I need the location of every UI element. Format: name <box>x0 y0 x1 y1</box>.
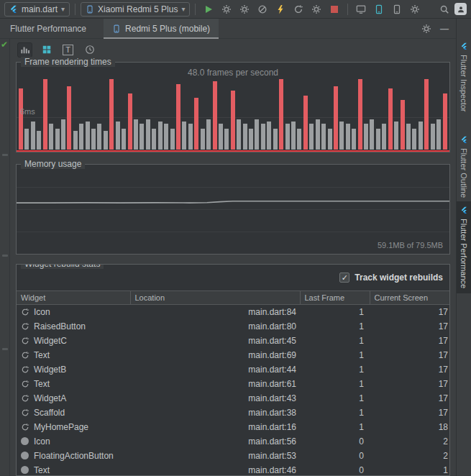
table-row[interactable]: Iconmain.dart:5602 <box>17 434 450 449</box>
widget-name: WidgetC <box>34 336 67 346</box>
rebuild-icon <box>21 408 29 417</box>
column-header-widget[interactable]: Widget <box>17 291 130 305</box>
jank-frame-bar <box>109 79 114 150</box>
jank-threshold-line <box>17 150 449 152</box>
frame-bar <box>49 124 53 150</box>
debug-button[interactable] <box>237 1 252 17</box>
track-rebuilds-checkbox[interactable]: ✓ <box>339 273 349 283</box>
track-rebuilds-label[interactable]: Track widget rebuilds <box>355 273 443 283</box>
frame-bar <box>309 124 314 150</box>
device-settings-button[interactable] <box>407 1 423 17</box>
jank-frame-bar <box>19 88 23 150</box>
layout-inspector-button[interactable] <box>389 1 405 17</box>
current-screen-cell: 17 <box>370 377 450 391</box>
frame-bar <box>291 122 296 150</box>
table-row[interactable]: WidgetAmain.dart:43117 <box>17 391 450 406</box>
device-select[interactable]: Xiaomi Redmi 5 Plus ▾ <box>81 2 190 17</box>
tab-device-session[interactable]: Redmi 5 Plus (mobile) <box>104 19 219 39</box>
column-header-current-screen[interactable]: Current Screen <box>370 291 450 305</box>
tool-window-title: Flutter Performance <box>0 24 96 34</box>
text-overlay-toggle[interactable]: T <box>60 42 76 58</box>
chevron-down-icon: ▾ <box>61 5 65 13</box>
table-header-row: Widget Location Last Frame Current Scree… <box>17 291 450 305</box>
stats-table-body: Iconmain.dart:84117RaisedButtonmain.dart… <box>17 305 450 476</box>
widget-name-cell: WidgetC <box>17 334 130 348</box>
frame-bar <box>243 124 247 150</box>
jank-frame-bar <box>358 79 362 150</box>
widget-location-cell: main.dart:61 <box>130 377 300 391</box>
widget-name: Icon <box>34 307 50 317</box>
profile-avatar[interactable] <box>454 3 467 15</box>
frame-bar <box>182 122 186 150</box>
frame-bar <box>285 124 290 150</box>
table-row[interactable]: Scaffoldmain.dart:38117 <box>17 406 450 420</box>
lightning-icon <box>275 4 285 14</box>
current-screen-cell: 17 <box>370 406 450 420</box>
running-devices-button[interactable] <box>371 1 387 17</box>
table-row[interactable]: WidgetBmain.dart:44117 <box>17 362 450 377</box>
rebuild-icon <box>21 308 29 316</box>
frame-bar <box>206 119 211 150</box>
frame-bar <box>31 122 35 150</box>
table-row[interactable]: Textmain.dart:4601 <box>17 463 450 476</box>
hide-tool-window-icon[interactable]: — <box>440 24 449 34</box>
frame-bar <box>255 119 259 150</box>
section-title: Memory usage <box>21 159 85 169</box>
current-screen-cell: 17 <box>370 348 450 362</box>
toolbar-divider <box>195 4 196 15</box>
table-row[interactable]: MyHomePagemain.dart:16118 <box>17 420 450 434</box>
column-header-location[interactable]: Location <box>130 291 300 305</box>
table-row[interactable]: WidgetCmain.dart:45117 <box>17 334 450 348</box>
widget-name: Scaffold <box>34 408 65 418</box>
frame-bar <box>321 124 326 150</box>
jank-frame-bar <box>303 96 308 150</box>
text-icon: T <box>63 45 73 55</box>
run-button[interactable] <box>201 1 216 17</box>
run-config-select[interactable]: main.dart ▾ <box>4 2 70 17</box>
tool-tab-flutter-outline[interactable]: Flutter Outline <box>457 131 471 203</box>
column-header-last-frame[interactable]: Last Frame <box>300 291 370 305</box>
frame-bar <box>370 119 374 150</box>
frame-bar <box>146 119 150 150</box>
performance-chart-toggle[interactable] <box>17 42 32 58</box>
widget-rebuild-stats-section: Widget rebuild stats ✓ Track widget rebu… <box>16 264 450 476</box>
flutter-icon <box>9 5 18 14</box>
table-row[interactable]: Textmain.dart:69117 <box>17 348 450 362</box>
frame-bar <box>55 129 60 150</box>
stop-button[interactable] <box>326 1 342 17</box>
flutter-settings-button[interactable] <box>308 1 324 17</box>
current-screen-cell: 17 <box>370 362 450 377</box>
jank-frame-bar <box>443 93 447 150</box>
timeline-toggle[interactable] <box>82 42 97 58</box>
hot-restart-button[interactable] <box>291 1 306 17</box>
memory-toggle[interactable] <box>39 42 54 58</box>
widget-name-cell: MyHomePage <box>17 420 130 434</box>
tool-tab-flutter-performance[interactable]: Flutter Performance <box>457 201 471 293</box>
table-row[interactable]: RaisedButtonmain.dart:80117 <box>17 319 450 334</box>
widget-name-cell: Scaffold <box>17 406 130 420</box>
table-row[interactable]: FloatingActionButtonmain.dart:5302 <box>17 449 450 463</box>
widget-location-cell: main.dart:84 <box>130 305 300 319</box>
apply-changes-button[interactable] <box>219 1 234 17</box>
hot-reload-button[interactable] <box>273 1 288 17</box>
widget-name: RaisedButton <box>34 321 86 331</box>
rebuild-icon <box>21 337 29 345</box>
search-everywhere-button[interactable] <box>436 1 452 17</box>
table-row[interactable]: Textmain.dart:61117 <box>17 377 450 391</box>
table-row[interactable]: Iconmain.dart:84117 <box>17 305 450 319</box>
tool-window-header: Flutter Performance Redmi 5 Plus (mobile… <box>0 19 456 39</box>
tool-tab-flutter-inspector[interactable]: Flutter Inspector <box>457 37 471 116</box>
widget-location-cell: main.dart:38 <box>130 406 300 420</box>
profile-button[interactable] <box>255 1 270 17</box>
widget-name-cell: Icon <box>17 434 130 449</box>
idle-circle-icon <box>21 437 29 445</box>
stop-icon <box>331 6 338 13</box>
jank-frame-bar <box>128 93 132 150</box>
frame-bar <box>122 129 126 150</box>
frame-bar <box>97 124 101 150</box>
tool-window-actions: — <box>421 24 456 34</box>
device-manager-button[interactable] <box>353 1 369 17</box>
jank-frame-bar <box>388 88 393 150</box>
frame-bar <box>158 122 163 150</box>
gear-icon[interactable] <box>421 24 431 34</box>
